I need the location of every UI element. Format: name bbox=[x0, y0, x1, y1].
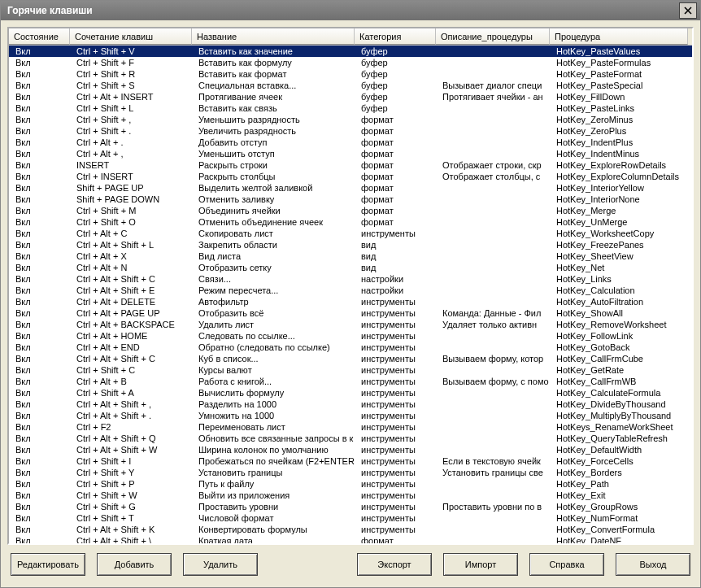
table-row[interactable]: ВклCtrl + Alt + CСкопировать листинструм… bbox=[9, 228, 692, 239]
cell-proc: HotKey_GotoBack bbox=[550, 342, 688, 353]
cell-desc bbox=[436, 125, 550, 137]
cell-desc: Команда: Данные - Фил bbox=[436, 307, 550, 319]
column-header[interactable]: Описание_процедуры bbox=[436, 28, 550, 45]
export-button[interactable]: Экспорт bbox=[357, 553, 432, 576]
cell-name: Вид листа bbox=[192, 250, 355, 262]
table-row[interactable]: ВклCtrl + Shift + FВставить как формулуб… bbox=[9, 57, 692, 68]
delete-button[interactable]: Удалить bbox=[183, 553, 258, 576]
cell-name: Переименовать лист bbox=[192, 421, 355, 433]
table-row[interactable]: ВклCtrl + Alt + NОтобразить сеткувидHotK… bbox=[9, 262, 692, 273]
table-row[interactable]: ВклCtrl + INSERTРаскрыть столбцыформатОт… bbox=[9, 171, 692, 182]
column-header[interactable]: Название bbox=[192, 28, 355, 45]
cell-state: Вкл bbox=[9, 444, 70, 455]
table-row[interactable]: ВклCtrl + Alt + Shift + WШирина колонок … bbox=[9, 444, 692, 455]
cell-desc bbox=[436, 364, 550, 376]
table-row[interactable]: ВклCtrl + Alt + ,Уменьшить отступформатH… bbox=[9, 148, 692, 159]
table-row[interactable]: ВклShift + PAGE DOWNОтменить заливкуформ… bbox=[9, 194, 692, 205]
table-row[interactable]: ВклCtrl + F2Переименовать листинструмент… bbox=[9, 421, 692, 433]
cell-proc: HotKey_RemoveWorksheet bbox=[550, 319, 688, 330]
table-row[interactable]: ВклCtrl + Alt + Shift + .Умножить на 100… bbox=[9, 410, 692, 421]
cell-state: Вкл bbox=[9, 535, 70, 543]
table-row[interactable]: ВклCtrl + Shift + VВставить как значение… bbox=[9, 46, 692, 57]
cell-cat: инструменты bbox=[355, 478, 436, 490]
cell-desc bbox=[436, 250, 550, 262]
add-button[interactable]: Добавить bbox=[97, 553, 172, 576]
table-row[interactable]: ВклCtrl + Shift + PПуть к файлуинструмен… bbox=[9, 478, 692, 490]
table-row[interactable]: ВклCtrl + Shift + LВставить как связьбуф… bbox=[9, 102, 692, 114]
table-row[interactable]: ВклCtrl + Alt + BРабота с книгой...инстр… bbox=[9, 376, 692, 387]
cell-name: Вычислить формулу bbox=[192, 387, 355, 399]
cell-state: Вкл bbox=[9, 182, 70, 194]
import-button[interactable]: Импорт bbox=[443, 553, 518, 576]
close-icon bbox=[684, 7, 692, 15]
cell-cat: инструменты bbox=[355, 342, 436, 353]
table-row[interactable]: ВклCtrl + Alt + DELETEАвтофильтринструме… bbox=[9, 296, 692, 307]
cell-name: Режим пересчета... bbox=[192, 285, 355, 296]
table-row[interactable]: ВклCtrl + Shift + IПробежаться по ячейка… bbox=[9, 455, 692, 467]
table-row[interactable]: ВклCtrl + Alt + BACKSPACEУдалить листинс… bbox=[9, 319, 692, 330]
table-row[interactable]: ВклCtrl + Alt + PAGE UPОтобразить всёинс… bbox=[9, 307, 692, 319]
table-row[interactable]: ВклCtrl + Shift + AВычислить формулуинст… bbox=[9, 387, 692, 399]
cell-name: Отменить заливку bbox=[192, 194, 355, 205]
cell-desc bbox=[436, 342, 550, 353]
table-row[interactable]: ВклCtrl + Shift + RВставить как форматбу… bbox=[9, 68, 692, 80]
cell-state: Вкл bbox=[9, 137, 70, 148]
table-row[interactable]: ВклCtrl + Alt + XВид листавидHotKey_Shee… bbox=[9, 250, 692, 262]
cell-name: Вставить как формат bbox=[192, 68, 355, 80]
exit-button[interactable]: Выход bbox=[616, 553, 690, 576]
cell-proc: HotKey_ShowAll bbox=[550, 307, 688, 319]
cell-cat: инструменты bbox=[355, 524, 436, 535]
cell-state: Вкл bbox=[9, 91, 70, 102]
column-header[interactable]: Категория bbox=[355, 28, 436, 45]
table-row[interactable]: ВклCtrl + Alt + Shift + ,Разделить на 10… bbox=[9, 399, 692, 410]
table-row[interactable]: ВклCtrl + Alt + HOMEСледовать по ссылке.… bbox=[9, 330, 692, 342]
edit-button[interactable]: Редактировать bbox=[11, 553, 85, 576]
table-row[interactable]: ВклCtrl + Alt + .Добавить отступформатHo… bbox=[9, 137, 692, 148]
table-row[interactable]: ВклCtrl + Alt + Shift + CСвязи...настрой… bbox=[9, 273, 692, 285]
help-button[interactable]: Справка bbox=[529, 553, 604, 576]
table-row[interactable]: ВклCtrl + Shift + MОбъединить ячейкиформ… bbox=[9, 205, 692, 216]
cell-state: Вкл bbox=[9, 114, 70, 125]
cell-cat: буфер bbox=[355, 57, 436, 68]
cell-proc: HotKey_SheetView bbox=[550, 250, 688, 262]
column-header[interactable]: Состояние bbox=[9, 28, 70, 45]
cell-state: Вкл bbox=[9, 239, 70, 250]
table-row[interactable]: ВклCtrl + Shift + CКурсы валютинструмент… bbox=[9, 364, 692, 376]
cell-proc: HotKey_Merge bbox=[550, 205, 688, 216]
table-row[interactable]: ВклCtrl + Shift + WВыйти из приложенияин… bbox=[9, 490, 692, 501]
cell-key: Ctrl + Alt + Shift + W bbox=[70, 444, 192, 455]
cell-desc bbox=[436, 330, 550, 342]
cell-cat: формат bbox=[355, 125, 436, 137]
table-row[interactable]: ВклCtrl + Alt + ENDОбратно (следовать по… bbox=[9, 342, 692, 353]
table-row[interactable]: ВклCtrl + Alt + Shift + CКуб в список...… bbox=[9, 353, 692, 364]
table-row[interactable]: ВклCtrl + Alt + Shift + QОбновить все св… bbox=[9, 433, 692, 444]
table-row[interactable]: ВклCtrl + Shift + ,Уменьшить разрядность… bbox=[9, 114, 692, 125]
cell-desc bbox=[436, 535, 550, 543]
cell-name: Специальная вставка... bbox=[192, 80, 355, 91]
table-row[interactable]: ВклCtrl + Shift + .Увеличить разрядность… bbox=[9, 125, 692, 137]
table-row[interactable]: ВклCtrl + Alt + Shift + LЗакрепить облас… bbox=[9, 239, 692, 250]
table-row[interactable]: ВклShift + PAGE UPВыделить желтой заливк… bbox=[9, 182, 692, 194]
column-header[interactable]: Процедура bbox=[550, 28, 688, 45]
table-row[interactable]: ВклCtrl + Alt + Shift + EРежим пересчета… bbox=[9, 285, 692, 296]
cell-key: Ctrl + Shift + P bbox=[70, 478, 192, 490]
table-row[interactable]: ВклCtrl + Shift + YУстановить границыинс… bbox=[9, 467, 692, 478]
table-row[interactable]: ВклCtrl + Alt + Shift + KКонвертировать … bbox=[9, 524, 692, 535]
button-bar: Редактировать Добавить Удалить Экспорт И… bbox=[7, 545, 694, 581]
close-button[interactable] bbox=[679, 2, 697, 19]
cell-name: Проставить уровни bbox=[192, 501, 355, 512]
table-row[interactable]: ВклCtrl + Shift + TЧисловой форматинстру… bbox=[9, 512, 692, 524]
cell-proc: HotKey_AutoFiltration bbox=[550, 296, 688, 307]
table-row[interactable]: ВклCtrl + Shift + OОтменить объединение … bbox=[9, 216, 692, 228]
cell-desc: Установить границы све bbox=[436, 467, 550, 478]
cell-desc bbox=[436, 421, 550, 433]
table-row[interactable]: ВклCtrl + Alt + Shift + \Краткая датафор… bbox=[9, 535, 692, 543]
cell-desc bbox=[436, 182, 550, 194]
table-row[interactable]: ВклCtrl + Alt + INSERTПротягивание ячеек… bbox=[9, 91, 692, 102]
table-row[interactable]: ВклINSERTРаскрыть строкиформатОтображает… bbox=[9, 159, 692, 171]
cell-key: Ctrl + Shift + W bbox=[70, 490, 192, 501]
column-header[interactable]: Сочетание клавиш bbox=[70, 28, 192, 45]
table-row[interactable]: ВклCtrl + Shift + GПроставить уровниинст… bbox=[9, 501, 692, 512]
cell-proc: HotKey_DefaultWidth bbox=[550, 444, 688, 455]
table-row[interactable]: ВклCtrl + Shift + SСпециальная вставка..… bbox=[9, 80, 692, 91]
